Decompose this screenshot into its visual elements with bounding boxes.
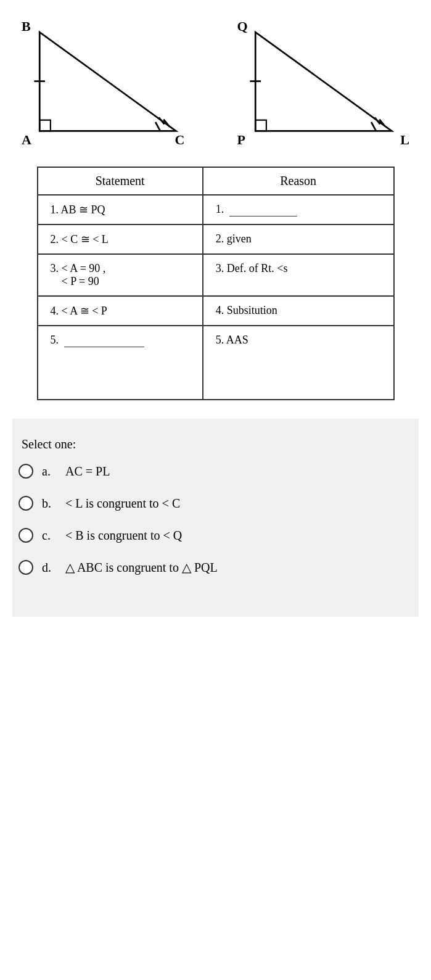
radio-b[interactable]	[18, 496, 33, 511]
svg-marker-0	[39, 32, 176, 131]
option-b-text: < L is congruent to < C	[65, 496, 180, 511]
vertex-p-label: P	[237, 132, 245, 148]
statement-3: 3. < A = 90 , < P = 90	[38, 254, 203, 296]
radio-a[interactable]	[18, 464, 33, 479]
radio-c[interactable]	[18, 528, 33, 543]
vertex-c-label: C	[175, 132, 185, 148]
option-d-text: △ ABC is congruent to △ PQL	[65, 560, 218, 575]
triangle-abc: B A C	[18, 19, 197, 148]
blank-5	[64, 334, 144, 347]
svg-line-11	[371, 122, 376, 131]
option-c-letter: c.	[42, 529, 57, 543]
reason-3: 3. Def. of Rt. <s	[203, 254, 394, 296]
svg-line-9	[374, 117, 380, 124]
proof-row-1: 1. AB ≅ PQ 1.	[38, 195, 394, 224]
option-c[interactable]: c. < B is congruent to < Q	[18, 528, 400, 543]
vertex-b-label: B	[22, 19, 31, 35]
option-b-letter: b.	[42, 496, 57, 511]
reason-4: 4. Subsitution	[203, 296, 394, 326]
proof-row-2: 2. < C ≅ < L 2. given	[38, 224, 394, 254]
statement-5: 5.	[38, 326, 203, 400]
blank-1	[229, 203, 297, 216]
vertex-l-label: L	[400, 132, 409, 148]
vertex-q-label: Q	[237, 19, 248, 35]
option-b[interactable]: b. < L is congruent to < C	[18, 496, 400, 511]
option-a-text: AC = PL	[65, 464, 110, 479]
reason-5: 5. AAS	[203, 326, 394, 400]
option-c-text: < B is congruent to < Q	[65, 529, 182, 543]
proof-table: Statement Reason 1. AB ≅ PQ 1. 2. < C ≅ …	[37, 167, 395, 400]
radio-d[interactable]	[18, 560, 33, 575]
proof-table-wrapper: Statement Reason 1. AB ≅ PQ 1. 2. < C ≅ …	[12, 167, 419, 400]
proof-row-3: 3. < A = 90 , < P = 90 3. Def. of Rt. <s	[38, 254, 394, 296]
diagrams-section: B A C Q P L	[12, 12, 419, 148]
option-a[interactable]: a. AC = PL	[18, 464, 400, 479]
svg-rect-1	[39, 120, 51, 131]
vertex-a-label: A	[22, 132, 31, 148]
reason-header: Reason	[203, 167, 394, 195]
svg-line-5	[155, 122, 160, 131]
reason-2: 2. given	[203, 224, 394, 254]
option-a-letter: a.	[42, 464, 57, 479]
proof-row-4: 4. < A ≅ < P 4. Subsitution	[38, 296, 394, 326]
svg-marker-6	[255, 32, 392, 131]
svg-rect-7	[255, 120, 266, 131]
option-d[interactable]: d. △ ABC is congruent to △ PQL	[18, 560, 400, 575]
statement-2: 2. < C ≅ < L	[38, 224, 203, 254]
triangle-qpl: Q P L	[234, 19, 413, 148]
reason-1: 1.	[203, 195, 394, 224]
option-d-letter: d.	[42, 561, 57, 575]
statement-1: 1. AB ≅ PQ	[38, 195, 203, 224]
svg-line-3	[159, 117, 165, 124]
proof-row-5: 5. 5. AAS	[38, 326, 394, 400]
page: B A C Q P L	[0, 0, 431, 641]
answer-section: Select one: a. AC = PL b. < L is congrue…	[12, 419, 419, 617]
statement-header: Statement	[38, 167, 203, 195]
select-one-label: Select one:	[18, 437, 400, 451]
statement-4: 4. < A ≅ < P	[38, 296, 203, 326]
